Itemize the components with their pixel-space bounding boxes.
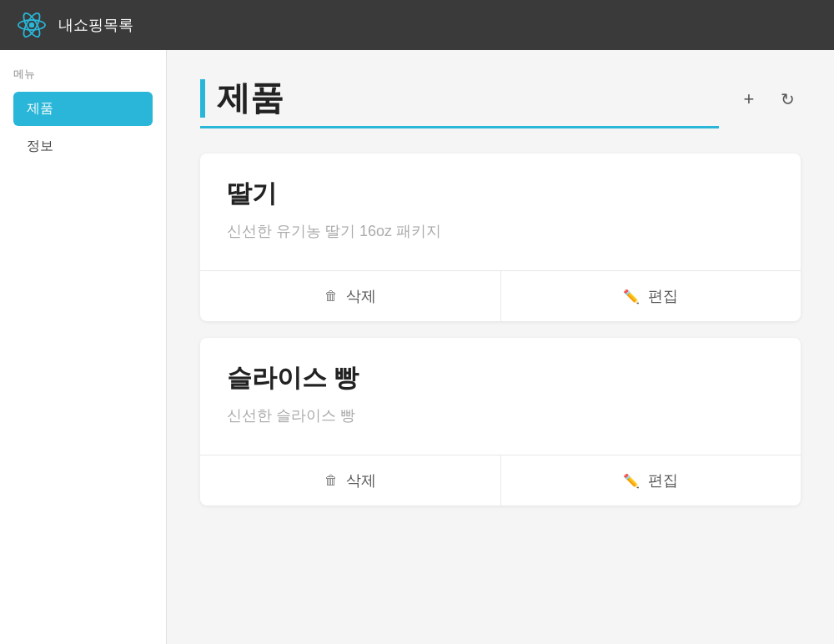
react-logo-icon [17,10,47,40]
product-card-1-body: 딸기 신선한 유기농 딸기 16oz 패키지 [200,153,801,270]
delete-product-1-button[interactable]: 🗑 삭제 [200,271,500,321]
sidebar-item-info[interactable]: 정보 [13,129,153,164]
product-card-2-body: 슬라이스 빵 신선한 슬라이스 빵 [200,338,801,455]
svg-point-0 [29,23,34,28]
main-layout: 메뉴 제품 정보 제품 + ↻ [0,50,834,644]
delete-product-2-button[interactable]: 🗑 삭제 [200,455,500,506]
product-2-name: 슬라이스 빵 [227,361,774,395]
page-title: 제품 [217,75,284,121]
page-header: 제품 + ↻ [200,75,801,128]
edit-icon-2: ✏️ [623,473,640,489]
sidebar: 메뉴 제품 정보 [0,50,167,644]
product-2-description: 신선한 슬라이스 빵 [227,405,774,425]
product-1-description: 신선한 유기농 딸기 16oz 패키지 [227,221,774,241]
sidebar-menu-label: 메뉴 [13,67,153,82]
app-title: 내쇼핑목록 [58,15,133,35]
header-actions: + ↻ [736,86,801,118]
trash-icon-2: 🗑 [324,473,338,488]
add-product-button[interactable]: + [736,86,762,113]
edit-product-2-button[interactable]: ✏️ 편집 [501,455,801,506]
app-header: 내쇼핑목록 [0,0,834,50]
product-card-1-footer: 🗑 삭제 ✏️ 편집 [200,270,801,321]
edit-product-1-button[interactable]: ✏️ 편집 [501,271,801,321]
product-card-2-footer: 🗑 삭제 ✏️ 편집 [200,455,801,506]
page-title-accent [200,79,205,118]
page-title-bar: 제품 [200,75,719,128]
product-1-name: 딸기 [227,177,774,211]
trash-icon: 🗑 [324,289,338,304]
sidebar-item-products[interactable]: 제품 [13,92,153,126]
edit-icon: ✏️ [623,289,640,304]
content-area: 제품 + ↻ 딸기 신선한 유기농 딸기 16oz 패키지 🗑 삭제 [167,50,834,644]
product-card-1: 딸기 신선한 유기농 딸기 16oz 패키지 🗑 삭제 ✏️ 편집 [200,153,801,321]
refresh-button[interactable]: ↻ [774,86,801,113]
product-card-2: 슬라이스 빵 신선한 슬라이스 빵 🗑 삭제 ✏️ 편집 [200,338,801,506]
